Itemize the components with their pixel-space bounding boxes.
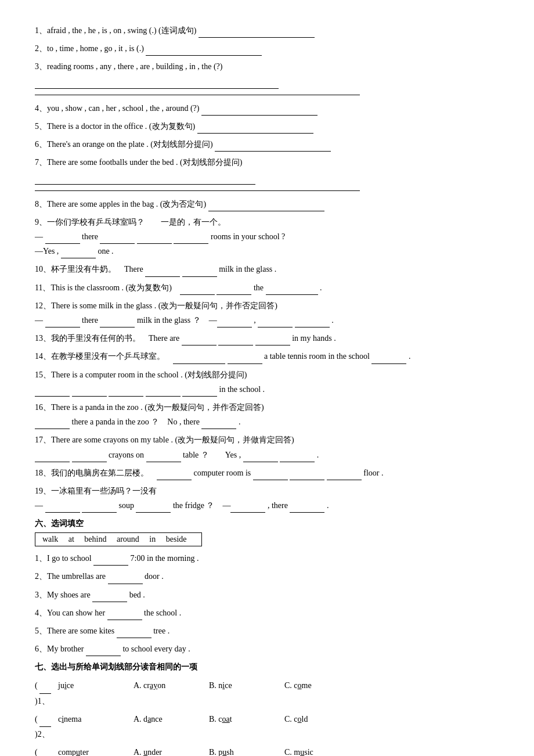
q2-blank[interactable] [146, 46, 262, 56]
word-box: walk at behind around in beside [35, 532, 202, 546]
q14-blank1[interactable] [173, 355, 225, 364]
q19-label: 19、一冰箱里有一些汤吗？一没有 [35, 484, 499, 498]
q8-blank[interactable] [208, 202, 324, 211]
q15-label: 15、There is a computer room in the schoo… [35, 368, 499, 382]
word-behind: behind [84, 535, 106, 543]
fill-q6-blank[interactable] [86, 647, 121, 656]
q19-blank2[interactable] [82, 503, 117, 513]
q10-blank1[interactable] [145, 268, 180, 277]
q4-blank[interactable] [201, 106, 317, 116]
q17-label: 17、There are some crayons on my table . … [35, 433, 499, 447]
question-14: 14、在教学楼里没有一个乒乓球室。 a table tennis room in… [35, 349, 499, 363]
q11-blank2[interactable] [217, 286, 251, 295]
q17-blank4[interactable] [243, 453, 278, 462]
question-6: 6、There's an orange on the plate . (对划线部… [35, 137, 499, 152]
q2-text: 2、to , time , home , go , it , is (.) [35, 44, 144, 53]
q19-blank1[interactable] [45, 503, 80, 513]
question-16: 16、There is a panda in the zoo . (改为一般疑问… [35, 400, 499, 429]
q12-blank5[interactable] [295, 318, 330, 327]
q12-blank4[interactable] [258, 318, 293, 327]
q16-line: there a panda in the zoo ？ No , there . [35, 415, 499, 429]
q14-blank3[interactable] [371, 355, 406, 364]
phonetic-3-blank[interactable] [39, 751, 51, 756]
q5-blank[interactable] [197, 124, 313, 134]
q9-blank3[interactable] [137, 235, 172, 244]
q15-blank1[interactable] [35, 387, 70, 397]
phonetic-row-3: ( )3、 computer A. under B. push C. music [35, 745, 499, 756]
question-19: 19、一冰箱里有一些汤吗？一没有 — soup the fridge ？ — ,… [35, 484, 499, 513]
q13-blank3[interactable] [255, 336, 290, 345]
q18-blank2[interactable] [253, 471, 288, 480]
q15-blank3[interactable] [109, 387, 143, 397]
q9-line2: —Yes , one . [35, 244, 499, 258]
q7-text: 7、There are some footballs under the bed… [35, 158, 242, 167]
question-9: 9、一你们学校有乒乓球室吗？ 一是的，有一个。 — there rooms in… [35, 215, 499, 259]
q13-blank2[interactable] [218, 336, 253, 345]
q6-text: 6、There's an orange on the plate . (对划线部… [35, 140, 213, 149]
fill-q4-blank[interactable] [107, 611, 142, 620]
q1-blank[interactable] [199, 28, 315, 38]
q9-blank5[interactable] [61, 249, 96, 258]
q17-blank2[interactable] [72, 453, 107, 462]
phonetic-1-optC: C. come [284, 678, 360, 694]
word-at: at [68, 535, 74, 543]
fill-q2-blank[interactable] [108, 575, 143, 584]
q9-line1: — there rooms in your school ? [35, 229, 499, 244]
q16-label: 16、There is a panda in the zoo . (改为一般疑问… [35, 400, 499, 415]
question-15: 15、There is a computer room in the schoo… [35, 368, 499, 397]
phonetic-2-blank[interactable] [39, 718, 51, 727]
q6-blank[interactable] [215, 142, 331, 152]
q9-label: 9、一你们学校有乒乓球室吗？ 一是的，有一个。 [35, 215, 499, 229]
q19-line: — soup the fridge ？ — , there . [35, 498, 499, 513]
q17-blank1[interactable] [35, 453, 70, 462]
q18-text: 18、我们的电脑房在第二层楼。 computer room is floor . [35, 469, 383, 477]
q12-label: 12、There is some milk in the glass . (改为… [35, 298, 499, 313]
q11-text: 11、This is the classroom . (改为复数句) the . [35, 283, 322, 292]
q16-blank1[interactable] [35, 420, 70, 429]
q12-blank2[interactable] [100, 318, 135, 327]
phonetic-2-optA: A. dance [134, 712, 209, 728]
q12-blank1[interactable] [45, 318, 80, 327]
q8-text: 8、There are some apples in the bag . (改为… [35, 200, 206, 208]
q9-blank1[interactable] [45, 235, 80, 244]
question-3: 3、reading rooms , any , there , are , bu… [35, 59, 499, 88]
q13-text: 13、我的手里没有任何的书。 There are in my hands . [35, 334, 336, 343]
phonetic-1-num: ( )1、 [35, 678, 58, 709]
fill-q5-blank[interactable] [117, 629, 151, 638]
q15-blank2[interactable] [72, 387, 107, 397]
q18-blank4[interactable] [327, 471, 362, 480]
q17-line: crayons on table ？ Yes , . [35, 448, 499, 462]
q17-blank5[interactable] [280, 453, 315, 462]
q9-blank2[interactable] [100, 235, 135, 244]
q13-blank1[interactable] [182, 336, 217, 345]
q9-blank4[interactable] [174, 235, 208, 244]
question-7: 7、There are some footballs under the bed… [35, 155, 499, 184]
question-13: 13、我的手里没有任何的书。 There are in my hands . [35, 331, 499, 345]
q19-blank3[interactable] [136, 503, 171, 513]
q17-blank3[interactable] [146, 453, 181, 462]
word-in: in [149, 535, 156, 543]
q12-blank3[interactable] [217, 318, 252, 327]
q11-blank3[interactable] [266, 286, 318, 295]
q19-blank4[interactable] [230, 503, 265, 513]
word-around: around [117, 535, 139, 543]
fill-q1-blank[interactable] [93, 556, 128, 566]
phonetic-1-word: juice [58, 678, 134, 694]
q18-blank1[interactable] [157, 471, 192, 480]
q18-blank3[interactable] [290, 471, 324, 480]
q19-blank5[interactable] [290, 503, 324, 513]
section6-title: 六、选词填空 [35, 519, 499, 529]
q15-blank4[interactable] [146, 387, 181, 397]
q14-text: 14、在教学楼里没有一个乒乓球室。 a table tennis room in… [35, 352, 410, 361]
phonetic-1-blank[interactable] [39, 685, 51, 694]
q11-blank1[interactable] [180, 286, 215, 295]
phonetic-2-word: cinema [58, 712, 134, 728]
q7-blank[interactable] [35, 175, 255, 185]
q10-blank2[interactable] [182, 268, 217, 277]
q15-blank5[interactable] [182, 387, 217, 397]
q14-blank2[interactable] [228, 355, 262, 364]
fill-q3-blank[interactable] [92, 593, 127, 602]
word-walk: walk [42, 535, 58, 543]
q3-blank[interactable] [35, 80, 279, 89]
q16-blank2[interactable] [201, 420, 236, 429]
